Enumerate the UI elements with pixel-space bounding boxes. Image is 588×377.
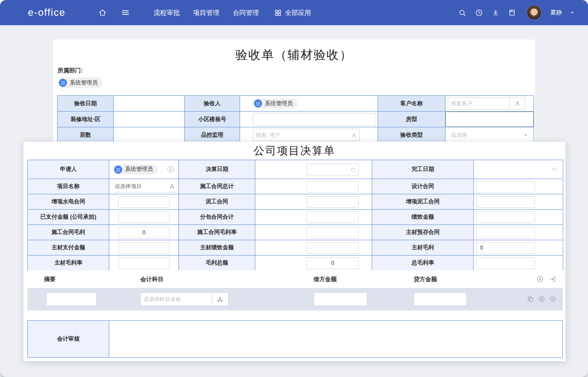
person-icon[interactable]: [351, 132, 357, 138]
clock-icon[interactable]: [475, 9, 483, 17]
material-performance-value-cell: [255, 240, 372, 256]
subcontract-total-input[interactable]: [307, 211, 359, 223]
settle-date-input[interactable]: [307, 166, 350, 173]
room-type-label: 房型: [378, 112, 445, 127]
mason-label: 泥工合同: [179, 194, 255, 210]
total-margin-input[interactable]: [477, 257, 535, 269]
ledger-row-actions: [527, 296, 563, 303]
import-rows-icon[interactable]: [549, 275, 557, 283]
project-select-input[interactable]: [114, 183, 169, 189]
project-value-cell: [109, 179, 179, 194]
supervisor-search-input[interactable]: [253, 132, 351, 138]
material-presave-input[interactable]: [477, 227, 535, 238]
user-name[interactable]: 夏静: [550, 9, 562, 17]
finish-date-value-cell[interactable]: [474, 160, 563, 179]
user-menu-caret-icon: [570, 10, 575, 15]
applicant-label: 申请人: [28, 160, 109, 179]
mason-input[interactable]: [307, 196, 359, 208]
address-area-value-cell[interactable]: [114, 112, 185, 127]
room-type-input[interactable]: [445, 112, 534, 127]
nav-item-workflow[interactable]: 流程审批: [154, 9, 180, 17]
settle-date-value-cell: [255, 160, 372, 179]
download-icon[interactable]: [491, 9, 500, 17]
paid-company-input[interactable]: [118, 211, 170, 223]
ledger-subject-box: [140, 292, 212, 306]
acceptor-member-chip[interactable]: 系统管理员: [253, 99, 298, 108]
qc-supervisor-value-cell: [240, 127, 378, 143]
accept-type-placeholder: 请选择: [451, 131, 467, 139]
accept-date-value-cell[interactable]: [114, 96, 185, 112]
ledger-subject-input[interactable]: [141, 296, 212, 302]
project-select-box: [114, 180, 175, 193]
material-profit-input[interactable]: [477, 242, 535, 254]
person-icon: [514, 100, 521, 107]
material-paid-label: 主材支付金额: [28, 240, 109, 256]
accounting-review-value-cell[interactable]: [109, 321, 562, 357]
ledger-header-credit: 贷方金额: [414, 275, 536, 283]
customer-picker-button[interactable]: [510, 97, 525, 110]
construction-total-value-cell: [255, 179, 372, 194]
construction-total-input[interactable]: [307, 181, 359, 193]
settle-date-label: 决算日期: [179, 160, 255, 179]
construction-profit-input[interactable]: [118, 227, 170, 238]
accounting-review-label: 会计审核: [28, 321, 109, 357]
user-avatar[interactable]: [527, 5, 541, 20]
performance-input[interactable]: [477, 211, 535, 223]
calendar-icon: [350, 166, 356, 172]
ledger-credit-cell: [414, 292, 527, 306]
floors-value-cell[interactable]: [114, 127, 185, 143]
org-tree-icon[interactable]: [169, 183, 175, 189]
finish-date-label: 完工日期: [372, 160, 474, 179]
member-avatar-icon: [114, 166, 122, 174]
extra-plumbing-input[interactable]: [118, 196, 170, 208]
applicant-member-name: 系统管理员: [125, 166, 153, 173]
main-nav: 流程审批 项目管理 合同管理: [154, 9, 259, 17]
performance-label: 绩效金额: [372, 210, 474, 225]
extra-plumbing-value-cell: [109, 194, 179, 210]
org-tree-icon: [217, 296, 223, 303]
eoffice-logo: e-office: [28, 7, 66, 18]
add-applicant-button[interactable]: [166, 165, 175, 174]
nav-item-contracts[interactable]: 合同管理: [233, 9, 259, 17]
add-row-icon[interactable]: [538, 296, 545, 303]
ledger-debit-input[interactable]: [314, 292, 367, 306]
subject-picker-button[interactable]: [212, 292, 228, 306]
building-no-label: 小区楼栋号: [185, 112, 240, 127]
home-icon[interactable]: [98, 8, 107, 17]
settle-date-box: [307, 164, 359, 175]
subcontract-total-value-cell: [255, 210, 372, 225]
construction-margin-input[interactable]: [307, 227, 359, 238]
add-ledger-row-icon[interactable]: [536, 275, 544, 283]
accept-type-select[interactable]: 请选择: [445, 131, 534, 139]
construction-profit-value-cell: [109, 225, 179, 240]
ledger-header-actions: [536, 275, 563, 283]
material-performance-input[interactable]: [307, 242, 359, 254]
settlement-form-title: 公司项目决算单: [23, 144, 566, 158]
search-icon[interactable]: [458, 9, 467, 17]
memo-icon[interactable]: [508, 9, 516, 17]
nav-item-projects[interactable]: 项目管理: [193, 9, 219, 17]
building-no-input[interactable]: [253, 113, 376, 126]
ledger-subject-cell: [140, 292, 313, 306]
hamburger-menu-icon[interactable]: [120, 8, 130, 17]
all-apps-button[interactable]: 全部应用: [274, 9, 311, 17]
department-member-chip[interactable]: 系统管理员: [58, 77, 102, 88]
chevron-down-icon: [523, 133, 528, 138]
room-type-value-cell: [445, 112, 534, 127]
customer-name-label: 客户名称: [378, 96, 445, 112]
customer-search-input[interactable]: [448, 100, 509, 107]
ledger-summary-input[interactable]: [46, 292, 97, 306]
ledger-credit-input[interactable]: [414, 292, 467, 306]
ledger-debit-cell: [313, 292, 414, 306]
material-paid-input[interactable]: [118, 242, 170, 254]
department-member-name: 系统管理员: [70, 79, 98, 87]
applicant-member-chip[interactable]: 系统管理员: [113, 164, 158, 175]
construction-margin-value-cell: [255, 225, 372, 240]
copy-row-icon[interactable]: [527, 296, 534, 303]
paid-company-label: 已支付金额 (公司承担): [28, 210, 109, 225]
gross-total-input[interactable]: [307, 257, 359, 269]
extra-mason-input[interactable]: [477, 196, 535, 208]
material-margin-input[interactable]: [118, 257, 170, 269]
design-input[interactable]: [477, 181, 535, 193]
remove-row-icon[interactable]: [549, 296, 557, 303]
